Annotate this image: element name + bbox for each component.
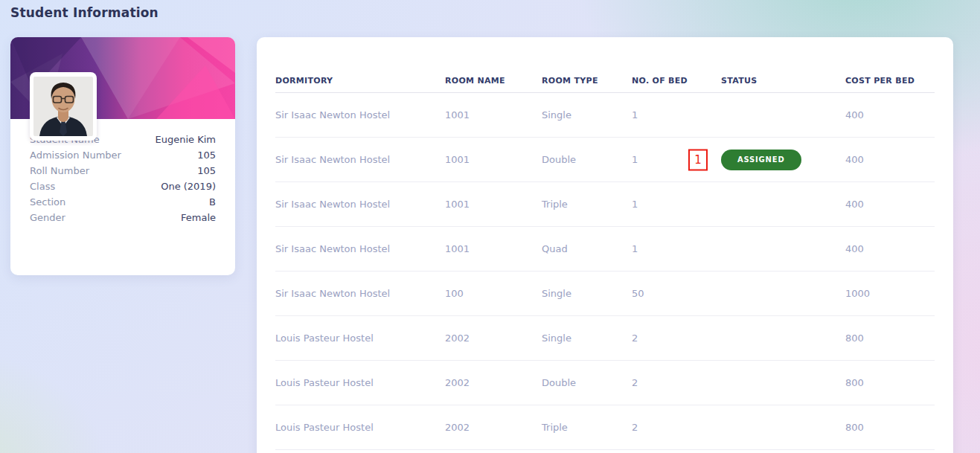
student-field-value: One (2019) xyxy=(161,181,216,192)
cell-no-of-bed: 2 xyxy=(632,377,721,388)
table-row[interactable]: Sir Isaac Newton Hostel 100 Single 50 10… xyxy=(275,272,935,316)
cell-no-of-bed: 1 xyxy=(632,243,721,254)
table-row[interactable]: Louis Pasteur Hostel 2002 Double 2 800 xyxy=(275,361,935,405)
cell-room-type: Double xyxy=(542,154,632,165)
col-header-room-name: ROOM NAME xyxy=(445,76,542,86)
col-header-room-type: ROOM TYPE xyxy=(542,76,632,86)
table-row[interactable]: Louis Pasteur Hostel 2002 Single 2 800 xyxy=(275,316,935,361)
cell-status: 1 ASSIGNED xyxy=(721,150,845,170)
student-field-label: Gender xyxy=(30,212,65,223)
cell-room-type: Single xyxy=(542,288,632,299)
cell-room-name: 2002 xyxy=(445,377,542,388)
col-header-no-of-bed: NO. OF BED xyxy=(632,76,721,86)
cell-cost-per-bed: 1000 xyxy=(845,288,935,299)
cell-room-type: Triple xyxy=(542,422,632,433)
student-field-row: Section B xyxy=(30,196,216,212)
cell-room-name: 1001 xyxy=(445,243,542,254)
cell-room-name: 1001 xyxy=(445,199,542,210)
student-photo xyxy=(30,72,97,141)
cell-cost-per-bed: 400 xyxy=(845,199,935,210)
student-field-value: Eugenie Kim xyxy=(156,134,217,145)
cell-dormitory: Louis Pasteur Hostel xyxy=(275,332,445,344)
student-field-row: Roll Number 105 xyxy=(30,165,216,181)
cell-no-of-bed: 1 xyxy=(632,154,721,165)
student-field-row: Class One (2019) xyxy=(30,181,216,196)
student-avatar-icon xyxy=(33,76,93,137)
cell-cost-per-bed: 800 xyxy=(845,332,935,344)
cell-room-name: 1001 xyxy=(445,109,542,121)
cell-no-of-bed: 2 xyxy=(632,422,721,433)
cell-dormitory: Sir Isaac Newton Hostel xyxy=(275,199,445,210)
student-field-row: Admission Number 105 xyxy=(30,150,216,165)
cell-room-type: Double xyxy=(542,377,632,388)
table-row[interactable]: Sir Isaac Newton Hostel 1001 Triple 1 40… xyxy=(275,182,935,227)
student-field-row: Gender Female xyxy=(30,212,216,228)
cell-room-name: 1001 xyxy=(445,154,542,165)
table-row[interactable]: Sir Isaac Newton Hostel 1001 Quad 1 400 xyxy=(275,227,935,272)
cell-room-type: Single xyxy=(542,109,632,121)
cell-cost-per-bed: 400 xyxy=(845,243,935,254)
student-field-label: Roll Number xyxy=(30,165,89,176)
cell-no-of-bed: 1 xyxy=(632,199,721,210)
student-field-value: 105 xyxy=(197,150,216,161)
cell-room-type: Single xyxy=(542,332,632,344)
cell-no-of-bed: 2 xyxy=(632,332,721,344)
student-field-label: Admission Number xyxy=(30,150,121,161)
student-field-label: Section xyxy=(30,196,65,208)
cell-room-type: Triple xyxy=(542,199,632,210)
dormitory-table-card: DORMITORY ROOM NAME ROOM TYPE NO. OF BED… xyxy=(257,37,953,453)
cell-cost-per-bed: 800 xyxy=(845,377,935,388)
cell-dormitory: Sir Isaac Newton Hostel xyxy=(275,154,445,165)
table-row[interactable]: Sir Isaac Newton Hostel 1001 Double 1 1 … xyxy=(275,138,935,182)
cell-dormitory: Sir Isaac Newton Hostel xyxy=(275,288,445,299)
student-field-value: Female xyxy=(181,212,216,223)
student-field-value: 105 xyxy=(197,165,216,176)
cell-dormitory: Louis Pasteur Hostel xyxy=(275,422,445,433)
cell-dormitory: Sir Isaac Newton Hostel xyxy=(275,109,445,121)
cell-no-of-bed: 50 xyxy=(632,288,721,299)
student-field-value: B xyxy=(209,196,216,208)
cell-room-name: 100 xyxy=(445,288,542,299)
col-header-status: STATUS xyxy=(721,76,845,86)
cell-room-name: 2002 xyxy=(445,332,542,344)
annotation-marker: 1 xyxy=(688,149,708,170)
cell-cost-per-bed: 400 xyxy=(845,154,935,165)
table-row[interactable]: Louis Pasteur Hostel 2002 Triple 2 800 xyxy=(275,405,935,450)
status-badge-assigned: ASSIGNED xyxy=(721,150,801,170)
student-field-label: Class xyxy=(30,181,55,192)
col-header-dormitory: DORMITORY xyxy=(275,76,445,86)
table-body: Sir Isaac Newton Hostel 1001 Single 1 40… xyxy=(275,93,935,450)
cell-cost-per-bed: 400 xyxy=(845,109,935,121)
cell-dormitory: Louis Pasteur Hostel xyxy=(275,377,445,388)
student-info-card: Student Name Eugenie Kim Admission Numbe… xyxy=(10,37,235,275)
page-title: Student Information xyxy=(10,5,158,20)
cell-room-name: 2002 xyxy=(445,422,542,433)
table-header-row: DORMITORY ROOM NAME ROOM TYPE NO. OF BED… xyxy=(275,37,935,93)
cell-room-type: Quad xyxy=(542,243,632,254)
cell-no-of-bed: 1 xyxy=(632,109,721,121)
col-header-cost-per-bed: COST PER BED xyxy=(845,76,935,86)
table-row[interactable]: Sir Isaac Newton Hostel 1001 Single 1 40… xyxy=(275,93,935,138)
cell-dormitory: Sir Isaac Newton Hostel xyxy=(275,243,445,254)
cell-cost-per-bed: 800 xyxy=(845,422,935,433)
